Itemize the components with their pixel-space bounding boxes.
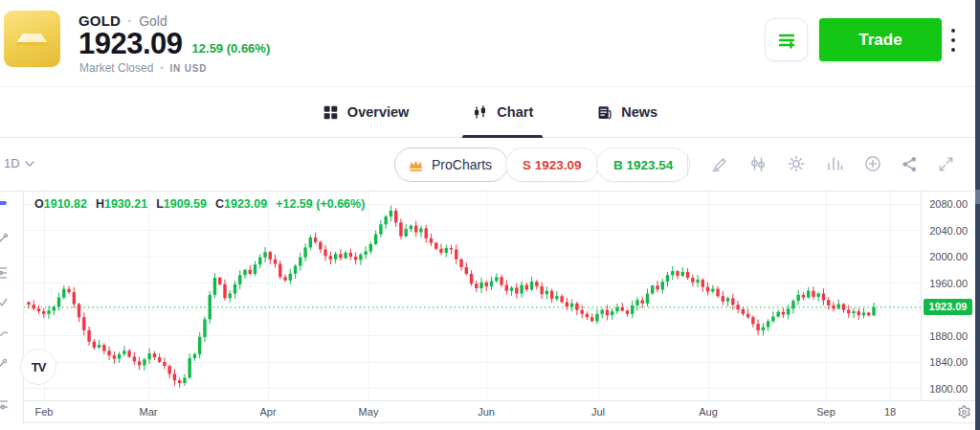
market-status: Market Closed	[79, 61, 153, 75]
time-tick-label: Feb	[35, 406, 54, 418]
indicators-icon	[748, 154, 768, 173]
currency-label: IN USD	[170, 63, 208, 74]
plus-circle-icon	[863, 154, 882, 173]
watchlist-add-icon	[776, 30, 797, 51]
chevron-down-icon	[25, 161, 34, 167]
tab-label: Overview	[347, 104, 410, 120]
candlestick-chart-canvas[interactable]	[0, 192, 921, 400]
high-value: 1930.21	[104, 197, 147, 211]
price-change: 12.59 (0.66%)	[192, 41, 271, 61]
axis-settings-icon[interactable]	[956, 404, 972, 420]
tab-label: Chart	[497, 104, 533, 120]
scrollbar-thumb[interactable]	[975, 190, 980, 204]
indicators-tool-button[interactable]	[747, 153, 768, 174]
legend-change: +12.59 (+0.66%)	[276, 197, 365, 211]
share-icon	[901, 155, 919, 173]
time-tick-label: Mar	[140, 406, 158, 418]
time-tick-label: Jul	[591, 406, 605, 418]
procharts-button[interactable]: ProCharts	[394, 147, 508, 182]
pencil-icon	[710, 154, 729, 173]
price-tick-label: 2080.00	[929, 198, 968, 210]
price-tick-label: 1840.00	[929, 356, 968, 368]
time-tick-label: Sep	[816, 406, 835, 418]
sell-price: S 1923.09	[523, 158, 582, 172]
tab-label: News	[621, 104, 657, 120]
gold-bar-icon	[4, 11, 60, 67]
last-price: 1923.09	[78, 27, 183, 61]
time-tick-label: May	[359, 406, 379, 418]
low-value: 1909.59	[164, 197, 207, 211]
buy-price-button[interactable]: B 1923.54	[596, 147, 690, 182]
price-tick-label: 1960.00	[929, 278, 968, 289]
chart-toolbar: 1D ProCharts S 1923.09 B 1923.54	[0, 139, 980, 192]
chart-settings-button[interactable]	[786, 153, 807, 174]
sliders-tool-icon[interactable]	[0, 396, 10, 413]
crown-icon	[408, 158, 424, 172]
tab-bar: Overview Chart News	[0, 86, 980, 138]
page-scrollbar[interactable]	[975, 0, 980, 430]
tab-news[interactable]: News	[587, 87, 667, 137]
expand-icon	[937, 155, 955, 173]
gear-icon	[787, 154, 806, 173]
tab-chart[interactable]: Chart	[462, 87, 543, 137]
brush-tool-icon[interactable]	[0, 356, 10, 373]
active-tool-indicator	[0, 201, 7, 205]
status-separator: •	[160, 63, 163, 73]
timeframe-value: 1D	[4, 156, 20, 170]
time-tick-label: Jun	[478, 406, 495, 418]
buy-price: B 1923.54	[613, 158, 673, 172]
fib-tool-icon[interactable]	[0, 264, 10, 282]
wave-tool-icon[interactable]	[0, 326, 10, 343]
bar-chart-icon	[825, 154, 844, 173]
time-tick-label: Aug	[699, 406, 718, 418]
price-tick-label: 2040.00	[929, 225, 968, 237]
price-tick-label: 2000.00	[929, 251, 968, 262]
candlestick-icon	[472, 104, 488, 121]
instrument-page: GOLD · Gold 1923.09 12.59 (0.66%) Market…	[0, 0, 980, 430]
kebab-menu-icon[interactable]	[947, 27, 959, 54]
trendline-tool-icon[interactable]	[0, 232, 10, 249]
zoom-in-button[interactable]	[862, 153, 883, 174]
sell-price-button[interactable]: S 1923.09	[505, 147, 599, 182]
gold-logo	[4, 11, 60, 67]
fullscreen-button[interactable]	[935, 153, 956, 174]
draw-tool-button[interactable]	[709, 153, 730, 174]
procharts-label: ProCharts	[432, 157, 492, 172]
toolbar-divider	[687, 154, 688, 175]
time-tick-label: 18	[884, 406, 896, 418]
share-button[interactable]	[899, 153, 920, 174]
add-to-watchlist-button[interactable]	[765, 18, 808, 61]
time-axis[interactable]: FebMarAprMayJunJulAugSep18	[0, 400, 980, 423]
price-tick-label: 1880.00	[929, 330, 968, 342]
ohlc-legend: O1910.82 H1930.21 L1909.59 C1923.09 +12.…	[34, 197, 365, 211]
pattern-tool-icon[interactable]	[0, 295, 10, 312]
close-value: 1923.09	[224, 197, 267, 211]
timeframe-dropdown[interactable]: 1D	[4, 156, 34, 170]
grid-icon	[323, 104, 339, 121]
price-tick-label: 1800.00	[929, 383, 968, 395]
drawing-toolbar	[0, 192, 24, 423]
time-tick-label: Apr	[259, 406, 276, 418]
trade-button[interactable]: Trade	[819, 18, 942, 61]
tradingview-logo[interactable]: TV	[20, 349, 56, 385]
price-axis[interactable]: 1923.09 2080.002040.002000.001960.001880…	[921, 192, 975, 400]
current-price-badge: 1923.09	[924, 299, 972, 315]
tab-overview[interactable]: Overview	[313, 87, 419, 137]
open-value: 1910.82	[44, 197, 87, 211]
news-icon	[596, 104, 612, 121]
chart-type-button[interactable]	[824, 153, 845, 174]
